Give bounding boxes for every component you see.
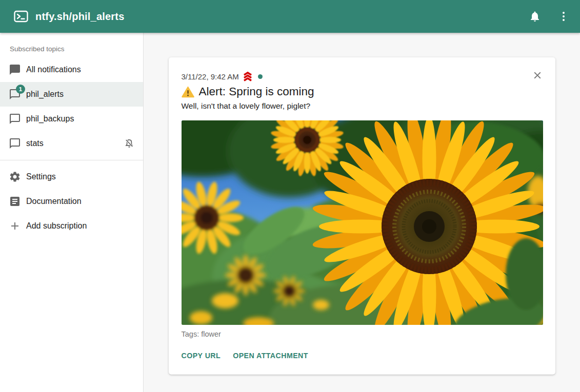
notification-meta: 3/11/22, 9:42 AM: [182, 72, 543, 81]
sidebar-item-all-notifications[interactable]: All notifications: [0, 57, 143, 82]
gear-icon: [9, 171, 21, 183]
topic-list: All notifications 1 phil_alerts: [0, 57, 143, 156]
copy-url-button[interactable]: COPY URL: [182, 347, 221, 364]
warning-triangle-icon: [182, 86, 194, 98]
bell-icon[interactable]: [527, 8, 543, 25]
sidebar-item-phil-backups[interactable]: phil_backups: [0, 107, 143, 131]
sidebar-item-settings[interactable]: Settings: [0, 164, 143, 189]
chat-bubble-filled-icon: [9, 64, 21, 76]
sidebar-item-stats[interactable]: stats: [0, 131, 143, 156]
attachment-image[interactable]: [182, 120, 543, 325]
app-title: ntfy.sh/phil_alerts: [35, 11, 124, 23]
sidebar-item-label: Settings: [26, 172, 56, 181]
overflow-menu-icon[interactable]: [555, 8, 572, 25]
sidebar-item-label: phil_backups: [26, 114, 74, 123]
document-icon: [9, 195, 21, 208]
unread-count-badge: 1: [16, 85, 25, 94]
priority-max-icon: [242, 71, 254, 81]
app-bar: ntfy.sh/phil_alerts: [0, 0, 580, 33]
notification-timestamp: 3/11/22, 9:42 AM: [182, 72, 239, 81]
sidebar-item-label: All notifications: [26, 65, 81, 74]
plus-icon: [9, 220, 21, 232]
sidebar: Subscribed topics All notifications: [0, 33, 144, 392]
app-root: ntfy.sh/phil_alerts Subscribed topics: [0, 0, 580, 392]
unread-dot: [258, 74, 263, 79]
sidebar-item-phil-alerts[interactable]: 1 phil_alerts: [0, 82, 143, 107]
close-icon[interactable]: [531, 69, 544, 82]
sidebar-menu: Settings Documentation: [0, 164, 143, 238]
sidebar-item-label: phil_alerts: [26, 90, 64, 99]
bell-muted-icon: [124, 138, 135, 149]
notification-actions: COPY URL OPEN ATTACHMENT: [182, 347, 543, 369]
notification-title-row: Alert: Spring is coming: [182, 85, 543, 98]
appbar-actions: [527, 8, 572, 25]
chat-bubble-icon: [9, 113, 21, 125]
main-content: 3/11/22, 9:42 AM: [144, 33, 580, 392]
sidebar-item-label: stats: [26, 139, 44, 148]
sidebar-item-label: Add subscription: [26, 221, 87, 231]
sidebar-divider: [0, 160, 143, 160]
notification-title: Alert: Spring is coming: [199, 85, 314, 98]
open-attachment-button[interactable]: OPEN ATTACHMENT: [233, 347, 308, 364]
terminal-icon[interactable]: [13, 9, 29, 24]
sidebar-item-documentation[interactable]: Documentation: [0, 189, 143, 214]
sidebar-section-label: Subscribed topics: [10, 45, 143, 53]
sidebar-item-add-subscription[interactable]: Add subscription: [0, 214, 143, 238]
notification-body: Well, isn't that a lovely flower, piglet…: [182, 101, 543, 111]
chat-bubble-icon: 1: [9, 88, 21, 100]
chat-bubble-icon: [9, 137, 21, 150]
sidebar-item-label: Documentation: [26, 197, 82, 206]
notification-tags: Tags: flower: [182, 330, 543, 339]
notification-card: 3/11/22, 9:42 AM: [169, 57, 555, 375]
